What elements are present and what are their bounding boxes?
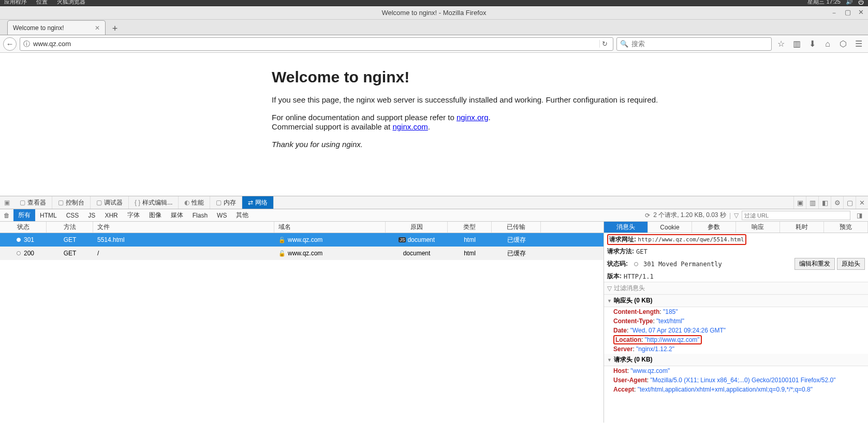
window-minimize-icon[interactable]: － [831, 8, 837, 18]
panel-debugger[interactable]: ▢调试器 [91, 196, 129, 209]
devtools-toolbar: ▣ ▢查看器 ▢控制台 ▢调试器 { }样式编辑... ◐性能 ▢内存 ⇄网络 … [0, 196, 868, 209]
filter-img[interactable]: 图像 [144, 209, 166, 221]
split-console-icon[interactable]: ▥ [806, 196, 818, 209]
responsive-icon[interactable]: ▣ [793, 196, 806, 209]
volume-icon[interactable]: 🔊 [846, 0, 853, 5]
os-menu-browser[interactable]: 火狐浏览器 [57, 0, 85, 6]
new-tab-button[interactable]: + [108, 22, 122, 35]
browser-tabstrip: Welcome to nginx! ✕ + [0, 20, 868, 35]
col-method[interactable]: 方法 [47, 222, 93, 233]
filter-other[interactable]: 其他 [231, 209, 253, 221]
page-text-2: For online documentation and support ple… [272, 113, 868, 132]
network-summary: 2 个请求, 1.20 KB, 0.03 秒 [653, 211, 726, 220]
edit-resend-button[interactable]: 编辑和重发 [795, 258, 835, 270]
tab-headers[interactable]: 消息头 [604, 222, 648, 233]
filter-all[interactable]: 所有 [13, 209, 35, 221]
page-heading: Welcome to nginx! [272, 68, 868, 86]
insecure-icon: 🔓 [278, 250, 286, 257]
tab-preview[interactable]: 预览 [824, 222, 868, 233]
response-header-line: Server: "nginx/1.12.2" [604, 344, 868, 354]
filter-js[interactable]: JS [83, 209, 100, 221]
panel-style-editor[interactable]: { }样式编辑... [129, 196, 179, 209]
response-header-line: Location: "http://www.qz.com" [604, 335, 868, 344]
response-header-line: Content-Type: "text/html" [604, 316, 868, 326]
detail-tabs: 消息头 Cookie 参数 响应 耗时 预览 [604, 222, 868, 233]
filter-headers-input[interactable]: 过滤消息头 [614, 284, 645, 293]
link-nginx-org[interactable]: nginx.org [457, 113, 489, 122]
panel-console[interactable]: ▢控制台 [52, 196, 91, 209]
browser-navbar: ← ⓘ ↻ 🔍 ☆ ▥ ⬇ ⌂ ⬡ ☰ [0, 35, 868, 53]
tab-params[interactable]: 参数 [692, 222, 736, 233]
back-button[interactable]: ← [3, 37, 17, 51]
home-icon[interactable]: ⌂ [821, 39, 834, 49]
dock-side-icon[interactable]: ◧ [818, 196, 831, 209]
col-cause[interactable]: 原因 [386, 222, 448, 233]
window-titlebar: Welcome to nginx! - Mozilla Firefox － ▢ … [0, 6, 868, 20]
search-input[interactable] [631, 40, 768, 48]
tab-close-icon[interactable]: ✕ [95, 24, 100, 32]
filter-url-input[interactable] [742, 211, 850, 220]
network-details: 消息头 Cookie 参数 响应 耗时 预览 请求网址: http://www.… [604, 222, 868, 423]
filter-media[interactable]: 媒体 [166, 209, 188, 221]
search-bar[interactable]: 🔍 [616, 37, 772, 51]
filter-headers-row: ▽ 过滤消息头 [604, 282, 868, 295]
clear-network-icon[interactable]: 🗑 [0, 212, 13, 219]
tab-response[interactable]: 响应 [736, 222, 780, 233]
request-headers-section[interactable]: ▼请求头 (0 KB) [604, 354, 868, 366]
insecure-icon: 🔓 [278, 237, 286, 243]
os-clock: 星期三 17:25 [807, 0, 841, 6]
os-menu-places[interactable]: 位置 [36, 0, 48, 6]
panel-performance[interactable]: ◐性能 [179, 196, 210, 209]
reload-icon[interactable]: ↻ [599, 40, 610, 48]
col-type[interactable]: 类型 [448, 222, 492, 233]
panel-inspector[interactable]: ▢查看器 [14, 196, 52, 209]
link-nginx-com[interactable]: nginx.com [392, 122, 428, 131]
browser-tab[interactable]: Welcome to nginx! ✕ [7, 20, 106, 35]
col-status[interactable]: 状态 [0, 222, 47, 233]
filter-flash[interactable]: Flash [188, 209, 212, 221]
response-header-line: Date: "Wed, 07 Apr 2021 09:24:26 GMT" [604, 326, 868, 335]
toggle-details-icon[interactable]: ◨ [854, 212, 865, 219]
downloads-icon[interactable]: ⬇ [806, 39, 818, 49]
filter-html[interactable]: HTML [35, 209, 62, 221]
tab-cookies[interactable]: Cookie [648, 222, 692, 233]
filter-xhr[interactable]: XHR [100, 209, 122, 221]
network-row[interactable]: 301GET5514.html🔓www.qz.comJSdocumenthtml… [0, 233, 604, 247]
col-domain[interactable]: 域名 [274, 222, 386, 233]
dock-window-icon[interactable]: ▢ [843, 196, 856, 209]
filter-ws[interactable]: WS [212, 209, 231, 221]
settings-gear-icon[interactable]: ⚙ [831, 196, 843, 209]
network-columns-header: 状态 方法 文件 域名 原因 类型 已传输 [0, 222, 604, 233]
col-transferred[interactable]: 已传输 [492, 222, 541, 233]
request-url-row: 请求网址: http://www.qz.com/qwe/5514.html [607, 234, 746, 245]
version-row: 版本: HTTP/1.1 [604, 271, 868, 282]
panel-network[interactable]: ⇄网络 [242, 196, 274, 209]
site-info-icon[interactable]: ⓘ [23, 39, 30, 49]
har-icon[interactable]: ⟳ [645, 212, 650, 219]
network-row[interactable]: 200GET/🔓www.qz.comdocumenthtml已缓存 [0, 247, 604, 260]
response-header-line: Content-Length: "185" [604, 307, 868, 316]
window-maximize-icon[interactable]: ▢ [845, 8, 851, 18]
os-menu-apps[interactable]: 应用程序 [4, 0, 27, 6]
filter-css[interactable]: CSS [62, 209, 84, 221]
page-thanks: Thank you for using nginx. [272, 140, 868, 149]
library-icon[interactable]: ▥ [790, 39, 803, 49]
raw-headers-button[interactable]: 原始头 [837, 258, 865, 270]
network-panel: 状态 方法 文件 域名 原因 类型 已传输 301GET5514.html🔓ww… [0, 222, 868, 423]
col-file[interactable]: 文件 [93, 222, 274, 233]
menu-icon[interactable]: ☰ [852, 39, 865, 49]
window-close-icon[interactable]: ✕ [858, 8, 864, 18]
power-icon[interactable]: ⏻ [858, 0, 864, 5]
url-input[interactable] [33, 40, 596, 48]
panel-memory[interactable]: ▢内存 [210, 196, 242, 209]
url-bar[interactable]: ⓘ ↻ [20, 37, 613, 51]
request-header-line: Host: "www.qz.com" [604, 366, 868, 376]
pocket-icon[interactable]: ⬡ [837, 39, 849, 49]
bookmark-star-icon[interactable]: ☆ [775, 39, 787, 49]
filter-font[interactable]: 字体 [123, 209, 144, 221]
pick-element-icon[interactable]: ▣ [0, 196, 14, 209]
response-headers-section[interactable]: ▼响应头 (0 KB) [604, 295, 868, 307]
status-code-row: 状态码: 301 Moved Permanently 编辑和重发 原始头 [604, 257, 868, 271]
devtools-close-icon[interactable]: ✕ [856, 196, 868, 209]
tab-timings[interactable]: 耗时 [780, 222, 824, 233]
